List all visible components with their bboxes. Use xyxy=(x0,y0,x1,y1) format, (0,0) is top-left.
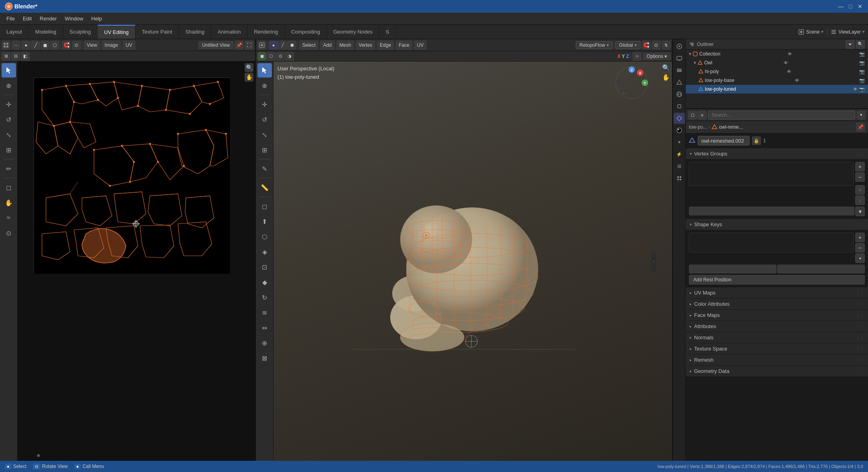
uv-face-mode[interactable]: ◼ xyxy=(41,41,50,50)
close-button[interactable]: ✕ xyxy=(857,3,863,10)
tab-uv-editing[interactable]: UV Editing xyxy=(98,25,135,39)
vp-select-tool[interactable] xyxy=(257,63,272,78)
outliner-filter-btn[interactable]: ⏷ xyxy=(846,40,854,49)
vg-move-up-btn[interactable]: ↑ xyxy=(855,185,865,195)
prop-header-icon1[interactable]: ◻ xyxy=(688,111,697,119)
vp-edge-slide[interactable]: ⇔ xyxy=(257,321,272,335)
shape-keys-header[interactable]: ▾ Shape Keys ⋮⋮ xyxy=(686,219,868,230)
vg-expand-btn[interactable]: ▾ xyxy=(855,207,865,216)
face-maps-section-header[interactable]: ▸ Face Maps ⋮⋮ xyxy=(686,310,868,321)
vp-scale-tool[interactable]: ⤡ xyxy=(257,127,272,142)
attributes-section-header[interactable]: ▸ Attributes ⋮⋮ xyxy=(686,321,868,332)
uv-smooth-tool[interactable]: ≈ xyxy=(2,211,16,225)
menu-render[interactable]: Render xyxy=(36,14,60,23)
menu-edit[interactable]: Edit xyxy=(20,14,35,23)
prop-mesh-data-icon[interactable] xyxy=(674,113,685,124)
tab-animation[interactable]: Animation xyxy=(211,25,247,39)
prop-physics-icon[interactable]: ⚡ xyxy=(674,149,685,160)
vp-move-tool[interactable]: ✛ xyxy=(257,97,272,112)
vp-proportional-btn[interactable]: ⊙ xyxy=(652,41,660,50)
uv-hand-tool[interactable]: ✋ xyxy=(245,73,253,82)
uv-select-tool[interactable] xyxy=(2,63,16,78)
outliner-item-low-poly-base[interactable]: low-poly-base 👁 📷 xyxy=(686,76,868,85)
geometry-data-section-header[interactable]: ▸ Geometry Data ⋮⋮ xyxy=(686,366,868,377)
global-space-btn[interactable]: Global ▾ xyxy=(615,41,641,49)
uv-island-mode[interactable]: ⬡ xyxy=(50,41,59,50)
vp-zoom-out[interactable]: 🔍 xyxy=(662,63,670,72)
prop-viewlayer-icon[interactable] xyxy=(674,65,685,76)
uv-scale-tool[interactable]: ⤡ xyxy=(2,127,16,142)
uv-zoom-fit[interactable]: ⊞ xyxy=(2,52,10,61)
breadcrumb-pin-btn[interactable]: 📌 xyxy=(856,123,865,131)
vertex-groups-header[interactable]: ▾ Vertex Groups ⋮⋮ xyxy=(686,148,868,159)
normals-section-header[interactable]: ▸ Normals ⋮⋮ xyxy=(686,332,868,343)
tab-texture-paint[interactable]: Texture Paint xyxy=(136,25,179,39)
sk-add-btn[interactable]: + xyxy=(855,233,865,242)
prop-constraint-icon[interactable]: ⊠ xyxy=(674,161,685,172)
vp-rotate-tool[interactable]: ↺ xyxy=(257,112,272,127)
shape-keys-list[interactable] xyxy=(689,233,854,253)
mesh-fake-user-btn[interactable]: 🔒 xyxy=(752,136,761,145)
outliner-item-low-poly-tuned[interactable]: low-poly-tuned 👁 📷 xyxy=(686,85,868,94)
vp-options-btn[interactable]: Options ▾ xyxy=(643,53,670,60)
vertex-groups-list[interactable] xyxy=(689,162,854,186)
outliner-item-collection[interactable]: ▾ Collection 👁 📷 xyxy=(686,50,868,58)
uv-maps-section-header[interactable]: ▸ UV Maps ⋮⋮ xyxy=(686,287,868,299)
vp-measure-tool[interactable]: 📏 xyxy=(257,180,272,195)
uv-overlay-toggle[interactable]: ◧ xyxy=(21,52,30,61)
vp-mesh-menu[interactable]: Mesh xyxy=(336,40,354,50)
vp-snap-pie[interactable]: ↯ xyxy=(662,41,670,50)
menu-help[interactable]: Help xyxy=(88,14,105,23)
uv-mode-icon[interactable] xyxy=(2,41,10,50)
vg-remove-btn[interactable]: − xyxy=(855,172,865,182)
vp-select-menu[interactable]: Select xyxy=(299,40,319,50)
uv-rotate-tool[interactable]: ↺ xyxy=(2,112,16,127)
n-panel-toggle[interactable]: ‹ xyxy=(651,251,656,271)
prop-modifier-icon[interactable] xyxy=(674,173,685,184)
properties-search[interactable] xyxy=(708,111,855,119)
uv-sync-icon[interactable]: ↔ xyxy=(12,41,20,50)
tab-shading[interactable]: Shading xyxy=(179,25,212,39)
vg-move-down-btn[interactable]: ↓ xyxy=(855,195,865,205)
vp-cursor-tool[interactable]: ⊕ xyxy=(257,78,272,93)
uv-edge-mode[interactable]: ╱ xyxy=(31,41,40,50)
tab-compositing[interactable]: Compositing xyxy=(285,25,327,39)
uv-proportional-icon[interactable]: ⊙ xyxy=(72,41,81,50)
mesh-name-input[interactable] xyxy=(698,136,750,145)
outliner-item-owl[interactable]: ▾ Owl 👁 📷 xyxy=(686,58,868,67)
vp-edge-mode[interactable]: ╱ xyxy=(278,41,287,50)
uv-view-menu[interactable]: View xyxy=(84,40,100,50)
vp-transform-tool[interactable]: ⊞ xyxy=(257,143,272,157)
sk-remove-btn[interactable]: − xyxy=(855,243,865,253)
vp-annotate-tool[interactable]: ✎ xyxy=(257,161,272,176)
vp-face-menu[interactable]: Face xyxy=(395,40,413,50)
uv-move-tool[interactable]: ✛ xyxy=(2,97,16,112)
tab-modeling[interactable]: Modeling xyxy=(29,25,63,39)
uv-rip-tool[interactable]: ◻ xyxy=(2,180,16,195)
uv-grab-tool[interactable]: ✋ xyxy=(2,195,16,210)
vp-add-cube[interactable]: ◻ xyxy=(257,199,272,213)
vp-edge-menu[interactable]: Edge xyxy=(377,40,394,50)
vp-poly-build[interactable]: ◆ xyxy=(257,275,272,289)
uv-image-selector[interactable]: Untitled View xyxy=(198,41,233,49)
vp-mode-1[interactable]: ◼ xyxy=(257,52,266,61)
menu-file[interactable]: File xyxy=(3,14,18,23)
menu-window[interactable]: Window xyxy=(62,14,86,23)
vp-vertex-menu[interactable]: Vertex xyxy=(355,40,375,50)
uv-transform-tool[interactable]: ⊞ xyxy=(2,143,16,157)
retopo-flow-btn[interactable]: RetopoFlow ▾ xyxy=(576,41,613,49)
vp-loop-cut[interactable]: ⊡ xyxy=(257,260,272,274)
sk-expand-btn[interactable]: ▾ xyxy=(855,253,865,263)
texture-space-section-header[interactable]: ▸ Texture Space ⋮⋮ xyxy=(686,343,868,354)
vp-snap-btn[interactable]: 🧲 xyxy=(642,41,651,50)
maximize-button[interactable]: □ xyxy=(847,3,854,10)
uv-snap-icon[interactable]: 🧲 xyxy=(62,41,71,50)
vp-uv-menu[interactable]: UV xyxy=(414,40,427,50)
prop-particle-icon[interactable]: ✦ xyxy=(674,137,685,148)
prop-output-icon[interactable] xyxy=(674,53,685,64)
uv-uv-menu[interactable]: UV xyxy=(122,40,136,50)
vp-extrude[interactable]: ⬆ xyxy=(257,214,272,229)
vp-bevel[interactable]: ◈ xyxy=(257,245,272,259)
outliner-search-btn[interactable]: 🔍 xyxy=(856,40,865,49)
tab-rendering[interactable]: Rendering xyxy=(247,25,285,39)
